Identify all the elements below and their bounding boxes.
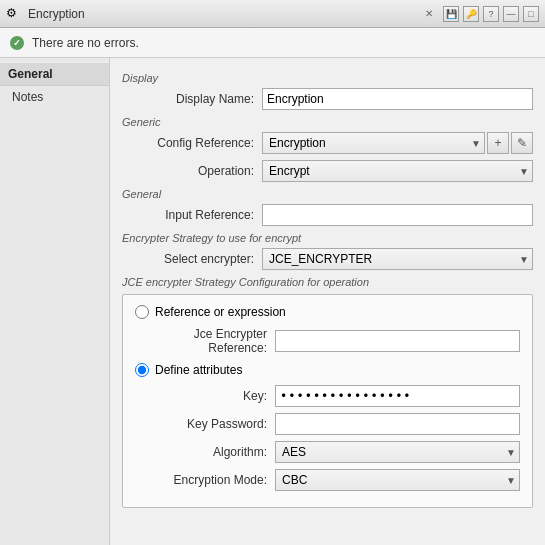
help-button[interactable]: ? xyxy=(483,6,499,22)
display-section-label: Display xyxy=(122,72,533,84)
main-layout: General Notes Display Display Name: Gene… xyxy=(0,58,545,545)
select-encrypter-wrap: JCE_ENCRYPTER ▼ xyxy=(262,248,533,270)
algorithm-label: Algorithm: xyxy=(135,445,275,459)
encryption-mode-select[interactable]: CBC xyxy=(275,469,520,491)
config-ref-edit-button[interactable]: ✎ xyxy=(511,132,533,154)
config-ref-select[interactable]: Encryption xyxy=(262,132,485,154)
encrypter-strategy-section-label: Encrypter Strategy to use for encrypt xyxy=(122,232,533,244)
notification-text: There are no errors. xyxy=(32,36,139,50)
radio-define-input[interactable] xyxy=(135,363,149,377)
minimize-button[interactable]: — xyxy=(503,6,519,22)
radio2-row: Define attributes xyxy=(135,363,520,377)
input-ref-input[interactable] xyxy=(262,204,533,226)
encryption-mode-label: Encryption Mode: xyxy=(135,473,275,487)
radio1-row: Reference or expression xyxy=(135,305,520,319)
jce-ref-label: Jce Encrypter Reference: xyxy=(135,327,275,355)
select-encrypter-row: Select encrypter: JCE_ENCRYPTER ▼ xyxy=(122,248,533,270)
config-ref-select-wrap: Encryption ▼ xyxy=(262,132,485,154)
key-label: Key: xyxy=(135,389,275,403)
config-ref-row: Config Reference: Encryption ▼ + ✎ xyxy=(122,132,533,154)
key-password-row: Key Password: xyxy=(135,413,520,435)
general-section-label: General xyxy=(122,188,533,200)
notification-bar: ✓ There are no errors. xyxy=(0,28,545,58)
key-row: Key: xyxy=(135,385,520,407)
sidebar-item-notes[interactable]: Notes xyxy=(0,86,109,108)
key-button[interactable]: 🔑 xyxy=(463,6,479,22)
config-ref-add-button[interactable]: + xyxy=(487,132,509,154)
select-encrypter-select[interactable]: JCE_ENCRYPTER xyxy=(262,248,533,270)
algorithm-row: Algorithm: AES ▼ xyxy=(135,441,520,463)
encryption-mode-select-wrap: CBC ▼ xyxy=(275,469,520,491)
title-text: Encryption xyxy=(28,7,415,21)
encryption-mode-row: Encryption Mode: CBC ▼ xyxy=(135,469,520,491)
title-bar: ⚙ Encryption ✕ 💾 🔑 ? — □ xyxy=(0,0,545,28)
operation-label: Operation: xyxy=(122,164,262,178)
jce-config-section: Reference or expression Jce Encrypter Re… xyxy=(122,294,533,508)
algorithm-select[interactable]: AES xyxy=(275,441,520,463)
radio1-label: Reference or expression xyxy=(155,305,286,319)
operation-select-wrap: Encrypt ▼ xyxy=(262,160,533,182)
jce-ref-input[interactable] xyxy=(275,330,520,352)
algorithm-select-wrap: AES ▼ xyxy=(275,441,520,463)
sidebar-general-header: General xyxy=(0,62,109,86)
config-ref-label: Config Reference: xyxy=(122,136,262,150)
jce-ref-row: Jce Encrypter Reference: xyxy=(135,327,520,355)
radio2-label: Define attributes xyxy=(155,363,242,377)
display-name-input[interactable] xyxy=(262,88,533,110)
input-ref-row: Input Reference: xyxy=(122,204,533,226)
content-area: Display Display Name: Generic Config Ref… xyxy=(110,58,545,545)
success-icon: ✓ xyxy=(10,36,24,50)
key-input[interactable] xyxy=(275,385,520,407)
operation-row: Operation: Encrypt ▼ xyxy=(122,160,533,182)
radio-reference-input[interactable] xyxy=(135,305,149,319)
display-name-label: Display Name: xyxy=(122,92,262,106)
title-bar-buttons: 💾 🔑 ? — □ xyxy=(443,6,539,22)
generic-section-label: Generic xyxy=(122,116,533,128)
jce-section-label: JCE encrypter Strategy Configuration for… xyxy=(122,276,533,288)
select-encrypter-label: Select encrypter: xyxy=(122,252,262,266)
close-tab-button[interactable]: ✕ xyxy=(421,6,437,21)
input-ref-label: Input Reference: xyxy=(122,208,262,222)
operation-select[interactable]: Encrypt xyxy=(262,160,533,182)
sidebar: General Notes xyxy=(0,58,110,545)
save-button[interactable]: 💾 xyxy=(443,6,459,22)
display-name-row: Display Name: xyxy=(122,88,533,110)
title-icon: ⚙ xyxy=(6,6,22,22)
key-password-label: Key Password: xyxy=(135,417,275,431)
key-password-input[interactable] xyxy=(275,413,520,435)
maximize-button[interactable]: □ xyxy=(523,6,539,22)
